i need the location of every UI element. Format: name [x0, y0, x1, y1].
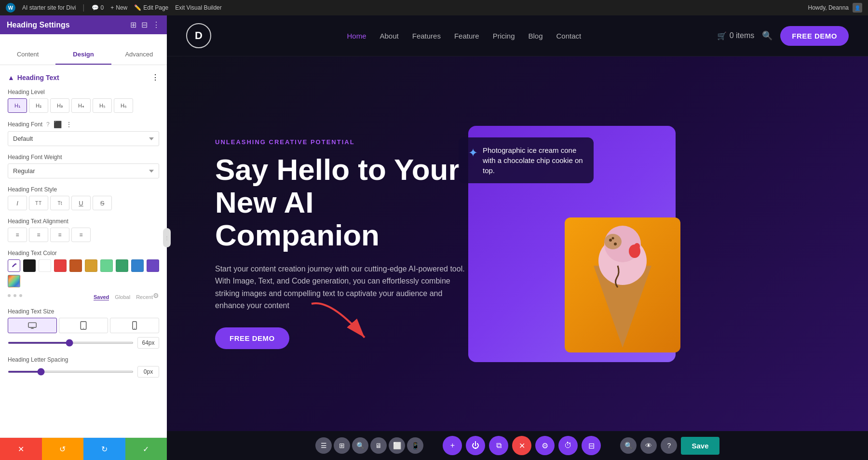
- align-right-btn[interactable]: ≡: [50, 228, 69, 242]
- site-name[interactable]: AI starter site for Divi: [22, 4, 76, 11]
- color-purple[interactable]: [147, 259, 159, 272]
- letter-spacing-slider[interactable]: [8, 371, 134, 373]
- tablet-btn[interactable]: [59, 318, 108, 333]
- color-orange[interactable]: [69, 259, 82, 272]
- panel-preset[interactable]: Preset: AI Heading 1 ▾: [0, 34, 167, 45]
- heading-h2-btn[interactable]: H₂: [29, 98, 48, 113]
- site-header: D Home About Features Feature Pricing Bl…: [167, 15, 868, 56]
- power-btn[interactable]: ⏻: [466, 436, 485, 455]
- undo-button[interactable]: ↺: [42, 438, 84, 460]
- strikethrough-btn[interactable]: S: [93, 196, 112, 210]
- exit-builder-link[interactable]: Exit Visual Builder: [175, 4, 222, 11]
- history-btn[interactable]: ⏱: [558, 436, 578, 455]
- layout-btn[interactable]: ⊟: [582, 436, 601, 455]
- hero-section: UNLEASHING CREATIVE POTENTIAL Say Hello …: [167, 56, 868, 431]
- nav-features[interactable]: Features: [412, 32, 441, 40]
- heading-letter-spacing-row: Heading Letter Spacing 0px: [8, 356, 159, 378]
- capitalize-btn[interactable]: Tt: [50, 196, 69, 210]
- tablet-view-btn[interactable]: ⬜: [389, 437, 405, 454]
- nav-pricing[interactable]: Pricing: [493, 32, 515, 40]
- color-yellow[interactable]: [85, 259, 97, 272]
- nav-blog[interactable]: Blog: [528, 32, 542, 40]
- section-more-icon[interactable]: ⋮: [151, 73, 159, 82]
- confirm-button[interactable]: ✓: [125, 438, 167, 460]
- heading-h5-btn[interactable]: H₅: [93, 98, 112, 113]
- new-link[interactable]: + New: [110, 4, 127, 11]
- heading-h4-btn[interactable]: H₄: [71, 98, 91, 113]
- align-left-btn[interactable]: ≡: [8, 228, 27, 242]
- cancel-button[interactable]: ✕: [0, 438, 42, 460]
- heading-h1-btn[interactable]: H₁: [8, 98, 27, 113]
- color-pink[interactable]: [8, 275, 20, 287]
- tab-advanced[interactable]: Advanced: [111, 45, 167, 65]
- duplicate-btn[interactable]: ⧉: [489, 436, 508, 455]
- delete-btn[interactable]: ✕: [512, 436, 531, 455]
- font-icon-btn[interactable]: ⬛: [54, 121, 62, 128]
- text-size-slider[interactable]: [8, 342, 134, 344]
- panel-resize-handle[interactable]: ⋮: [163, 228, 171, 247]
- visibility-btn[interactable]: 👁: [640, 437, 657, 454]
- builder-tools-left: ☰ ⊞ 🔍 🖥 ⬜ 📱: [315, 437, 423, 454]
- heading-h3-btn[interactable]: H₃: [50, 98, 69, 113]
- search-right-btn[interactable]: 🔍: [620, 437, 637, 454]
- redo-button[interactable]: ↻: [83, 438, 125, 460]
- desktop-view-btn[interactable]: 🖥: [370, 437, 387, 454]
- eyedropper-tool[interactable]: [8, 259, 20, 272]
- hero-cta-button[interactable]: FREE DEMO: [215, 327, 289, 349]
- font-help-icon[interactable]: ?: [46, 121, 50, 128]
- color-blue[interactable]: [131, 259, 144, 272]
- color-green[interactable]: [116, 259, 128, 272]
- heading-color-row: Heading Text Color: [8, 250, 159, 300]
- nav-feature[interactable]: Feature: [454, 32, 479, 40]
- nav-home[interactable]: Home: [347, 32, 366, 40]
- comments-link[interactable]: 💬 0: [92, 4, 104, 11]
- color-tab-saved[interactable]: Saved: [94, 294, 109, 300]
- color-tab-global[interactable]: Global: [115, 294, 130, 300]
- search-tool-btn[interactable]: 🔍: [352, 437, 368, 454]
- heading-h6-btn[interactable]: H₆: [114, 98, 133, 113]
- hamburger-btn[interactable]: ☰: [315, 437, 332, 454]
- text-size-input[interactable]: 64px: [137, 337, 159, 349]
- desktop-btn[interactable]: [8, 318, 57, 333]
- preset-label: Preset: AI Heading 1: [5, 36, 58, 43]
- edit-page-link[interactable]: ✏️ Edit Page: [134, 4, 168, 11]
- panel-split-icon[interactable]: ⊟: [141, 20, 148, 29]
- section-collapse-icon[interactable]: ▲: [8, 74, 14, 81]
- site-logo[interactable]: D: [186, 23, 211, 48]
- mobile-btn[interactable]: [110, 318, 159, 333]
- save-button[interactable]: Save: [681, 437, 719, 455]
- heading-level-row: Heading Level H₁ H₂ H₃ H₄ H₅ H₆: [8, 89, 159, 113]
- nav-about[interactable]: About: [380, 32, 399, 40]
- font-more-icon[interactable]: ⋮: [66, 121, 72, 128]
- panel-clone-icon[interactable]: ⊞: [130, 20, 136, 29]
- header-free-demo-button[interactable]: FREE DEMO: [780, 26, 849, 46]
- color-green-light[interactable]: [100, 259, 113, 272]
- user-avatar[interactable]: 👤: [853, 3, 862, 13]
- add-module-btn[interactable]: +: [443, 436, 462, 455]
- align-justify-btn[interactable]: ≡: [71, 228, 91, 242]
- color-tab-recent[interactable]: Recent: [136, 294, 153, 300]
- heading-font-weight-select[interactable]: Regular: [8, 163, 159, 178]
- heading-font-select[interactable]: Default: [8, 131, 159, 146]
- uppercase-btn[interactable]: TT: [29, 196, 48, 210]
- phone-view-btn[interactable]: 📱: [407, 437, 423, 454]
- help-btn[interactable]: ?: [661, 437, 677, 454]
- align-center-btn[interactable]: ≡: [29, 228, 48, 242]
- underline-btn[interactable]: U: [71, 196, 91, 210]
- cart-icon[interactable]: 🛒 0 items: [717, 31, 755, 41]
- search-button[interactable]: 🔍: [762, 30, 773, 41]
- color-black[interactable]: [23, 259, 36, 272]
- tab-design[interactable]: Design: [55, 45, 111, 65]
- color-red[interactable]: [54, 259, 67, 272]
- color-white[interactable]: [39, 259, 51, 272]
- tab-content[interactable]: Content: [0, 45, 55, 65]
- wireframe-btn[interactable]: ⊞: [334, 437, 350, 454]
- nav-contact[interactable]: Contact: [556, 32, 582, 40]
- color-dots: [8, 294, 22, 297]
- color-settings-icon[interactable]: ⚙: [153, 292, 159, 299]
- wordpress-icon[interactable]: W: [6, 3, 15, 13]
- italic-btn[interactable]: I: [8, 196, 27, 210]
- settings-btn[interactable]: ⚙: [535, 436, 555, 455]
- panel-more-icon[interactable]: ⋮: [152, 20, 160, 29]
- letter-spacing-input[interactable]: 0px: [137, 366, 159, 378]
